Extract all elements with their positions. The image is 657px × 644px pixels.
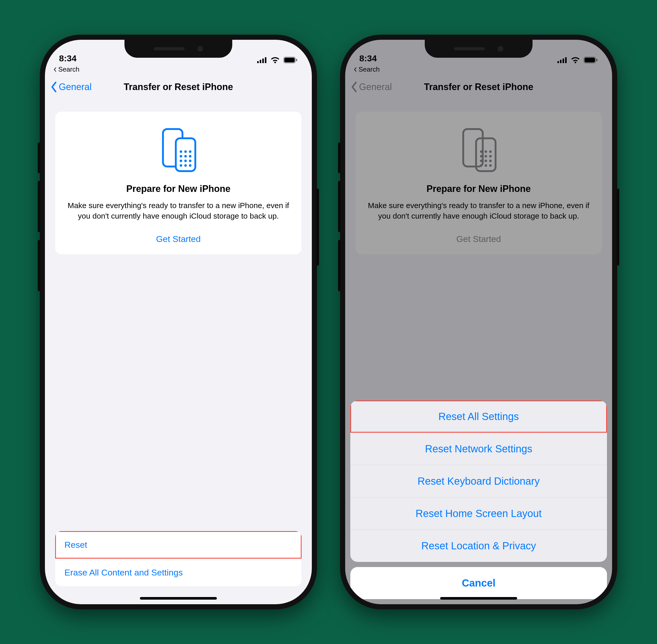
action-sheet: Reset All Settings Reset Network Setting…: [350, 400, 607, 599]
svg-point-20: [189, 164, 191, 167]
screen-right: 8:34 Search General Transfer or Reset iP…: [345, 40, 612, 604]
notch: [425, 40, 533, 58]
svg-point-18: [180, 164, 182, 167]
status-time: 8:34: [59, 53, 76, 63]
svg-rect-3: [265, 57, 266, 63]
svg-rect-2: [262, 59, 264, 63]
iphone-frame-right: 8:34 Search General Transfer or Reset iP…: [340, 34, 617, 610]
back-label: General: [59, 82, 92, 92]
breadcrumb[interactable]: Search: [45, 65, 312, 75]
iphone-frame-left: 8:34 Search General Transfer or Reset iP…: [40, 34, 317, 610]
comparison-stage: 8:34 Search General Transfer or Reset iP…: [0, 0, 657, 644]
svg-point-12: [180, 155, 182, 158]
status-icons: [257, 57, 298, 63]
svg-point-17: [189, 160, 191, 162]
prepare-body: Make sure everything's ready to transfer…: [65, 200, 291, 221]
svg-point-13: [184, 155, 187, 158]
chevron-left-icon: [50, 81, 58, 93]
svg-point-16: [184, 160, 187, 162]
prepare-card: Prepare for New iPhone Make sure everyth…: [55, 112, 301, 254]
notch: [124, 40, 232, 58]
home-indicator[interactable]: [140, 597, 217, 600]
erase-all-button[interactable]: Erase All Content and Settings: [55, 558, 301, 586]
sheet-reset-location-privacy[interactable]: Reset Location & Privacy: [350, 530, 607, 562]
screen-left: 8:34 Search General Transfer or Reset iP…: [45, 40, 312, 604]
reset-button[interactable]: Reset: [55, 531, 301, 558]
svg-rect-6: [296, 59, 297, 61]
svg-rect-5: [285, 58, 295, 63]
prepare-heading: Prepare for New iPhone: [65, 183, 291, 194]
two-phones-icon: [158, 127, 199, 173]
breadcrumb-label: Search: [58, 65, 79, 73]
sheet-reset-all-settings[interactable]: Reset All Settings: [350, 400, 607, 433]
sheet-reset-network-settings[interactable]: Reset Network Settings: [350, 433, 607, 465]
sheet-reset-keyboard-dict[interactable]: Reset Keyboard Dictionary: [350, 465, 607, 497]
svg-rect-0: [257, 61, 259, 63]
nav-bar: General Transfer or Reset iPhone: [45, 75, 312, 98]
svg-point-10: [184, 151, 187, 153]
action-sheet-group: Reset All Settings Reset Network Setting…: [350, 400, 607, 562]
chevron-left-icon: [53, 67, 57, 72]
svg-point-19: [184, 164, 187, 167]
content-left: Prepare for New iPhone Make sure everyth…: [45, 99, 312, 604]
svg-rect-1: [260, 60, 261, 63]
get-started-button[interactable]: Get Started: [65, 234, 291, 244]
svg-point-11: [189, 151, 191, 153]
cancel-button[interactable]: Cancel: [350, 567, 607, 599]
reset-options-list: Reset Erase All Content and Settings: [55, 531, 301, 586]
back-button[interactable]: General: [50, 81, 92, 93]
battery-icon: [283, 57, 298, 63]
cellular-icon: [257, 57, 267, 63]
svg-point-9: [180, 151, 182, 153]
svg-point-15: [180, 160, 182, 162]
sheet-reset-home-layout[interactable]: Reset Home Screen Layout: [350, 497, 607, 530]
svg-point-14: [189, 155, 191, 158]
home-indicator[interactable]: [440, 597, 517, 600]
wifi-icon: [271, 57, 280, 63]
